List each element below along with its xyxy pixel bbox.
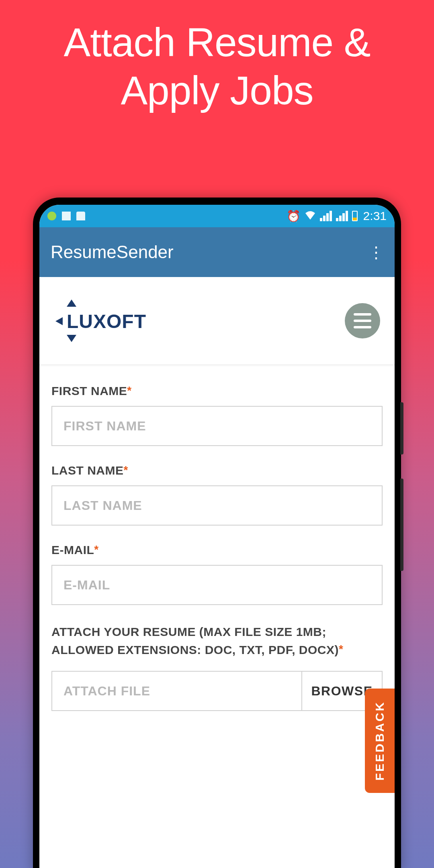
required-mark: * [94, 543, 98, 556]
svg-marker-3 [55, 317, 63, 325]
phone-side-button [400, 402, 403, 454]
image-icon [62, 212, 71, 220]
phone-frame: ⏰ 2:31 ResumeSender ⋮ [33, 198, 401, 868]
application-form: FIRST NAME* LAST NAME* E-MAIL* [39, 365, 395, 711]
signal-icon [320, 211, 332, 221]
brand-row: LUXOFT [39, 277, 395, 365]
required-mark: * [339, 643, 343, 655]
app-title: ResumeSender [51, 242, 174, 262]
alarm-icon: ⏰ [287, 210, 301, 223]
last-name-label: LAST NAME* [51, 464, 383, 477]
last-name-field-group: LAST NAME* [51, 464, 383, 526]
wifi-icon [305, 210, 316, 222]
svg-marker-1 [67, 300, 76, 307]
first-name-input[interactable] [51, 406, 383, 446]
status-time: 2:31 [363, 209, 387, 223]
email-input[interactable] [51, 565, 383, 605]
promo-title: Attach Resume & Apply Jobs [0, 0, 434, 114]
first-name-label: FIRST NAME* [51, 384, 383, 398]
app-bar: ResumeSender ⋮ [39, 227, 395, 277]
overflow-menu-icon[interactable]: ⋮ [368, 243, 383, 261]
status-bar: ⏰ 2:31 [39, 205, 395, 227]
required-mark: * [127, 384, 131, 397]
phone-side-button [400, 479, 403, 571]
svg-marker-2 [67, 335, 76, 342]
svg-text:LUXOFT: LUXOFT [67, 311, 146, 332]
hamburger-menu-button[interactable] [345, 303, 380, 338]
attach-label: ATTACH YOUR RESUME (MAX FILE SIZE 1MB; A… [51, 623, 383, 659]
bugdroid-icon [76, 212, 85, 220]
feedback-tab[interactable]: FEEDBACK [365, 689, 395, 793]
luxoft-logo: LUXOFT [51, 295, 155, 347]
battery-icon [352, 211, 358, 221]
content-area: LUXOFT FIRST NAME* [39, 277, 395, 868]
last-name-input[interactable] [51, 485, 383, 526]
attach-file-display[interactable]: ATTACH FILE [52, 672, 301, 710]
attach-field-group: ATTACH YOUR RESUME (MAX FILE SIZE 1MB; A… [51, 623, 383, 711]
signal-icon [336, 211, 348, 221]
feedback-label: FEEDBACK [373, 701, 387, 781]
required-mark: * [124, 464, 128, 476]
email-label: E-MAIL* [51, 543, 383, 557]
email-field-group: E-MAIL* [51, 543, 383, 605]
notification-icon [47, 212, 56, 220]
phone-screen: ⏰ 2:31 ResumeSender ⋮ [39, 205, 395, 868]
first-name-field-group: FIRST NAME* [51, 384, 383, 446]
